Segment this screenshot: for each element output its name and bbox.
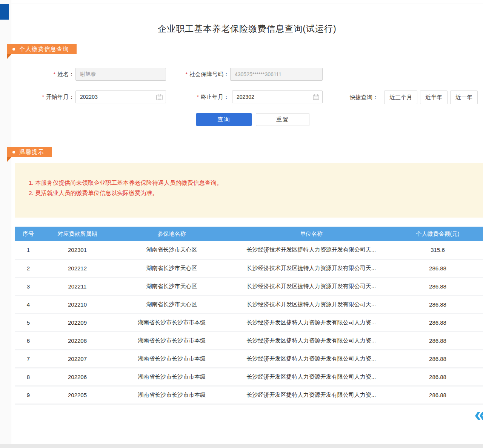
table-cell: 202209 <box>42 313 113 331</box>
table-row: 1202301湖南省长沙市天心区长沙经济技术开发区捷特人力资源开发有限公司天..… <box>15 241 483 259</box>
bullet-dot-icon <box>12 48 15 51</box>
quick-range-button[interactable]: 近一年 <box>450 91 478 104</box>
section-header-query: 个人缴费信息查询 <box>7 44 77 54</box>
calendar-icon[interactable] <box>156 94 163 100</box>
table-cell: 长沙经济开发区捷特人力资源开发有限公司人力资... <box>230 350 392 368</box>
table-body: 1202301湖南省长沙市天心区长沙经济技术开发区捷特人力资源开发有限公司天..… <box>15 241 483 404</box>
table-cell: 湖南省长沙市长沙市市本级 <box>113 331 230 350</box>
table-cell: 286.88 <box>392 277 483 295</box>
table-row: 2202212湖南省长沙市天心区长沙经济技术开发区捷特人力资源开发有限公司天..… <box>15 259 483 277</box>
table-cell: 3 <box>15 277 42 295</box>
table-cell: 长沙经济技术开发区捷特人力资源开发有限公司天... <box>230 295 392 313</box>
table-cell: 202212 <box>42 259 113 277</box>
table-cell: 286.88 <box>392 368 483 386</box>
table-row: 9202205湖南省长沙市长沙市市本级长沙经济开发区捷特人力资源开发有限公司人力… <box>15 386 483 404</box>
table-cell: 1 <box>15 241 42 259</box>
table-cell: 湖南省长沙市天心区 <box>113 241 230 259</box>
table-cell: 长沙经济技术开发区捷特人力资源开发有限公司天... <box>230 277 392 295</box>
section-query-label: 个人缴费信息查询 <box>19 46 69 53</box>
calendar-icon[interactable] <box>313 94 319 100</box>
section-header-tips: 温馨提示 <box>7 147 52 157</box>
table-cell: 286.88 <box>392 295 483 313</box>
page-title: 企业职工基本养老保险缴费信息查询(试运行) <box>11 23 483 35</box>
table-cell: 4 <box>15 295 42 313</box>
table-cell: 湖南省长沙市天心区 <box>113 277 230 295</box>
ssn-label: *社会保障号码： <box>172 68 229 81</box>
query-button[interactable]: 查询 <box>196 113 252 126</box>
table-row: 4202210湖南省长沙市天心区长沙经济技术开发区捷特人力资源开发有限公司天..… <box>15 295 483 313</box>
table-cell: 202208 <box>42 331 113 350</box>
required-asterisk: * <box>54 71 55 77</box>
table-cell: 7 <box>15 350 42 368</box>
results-table: 序号对应费款所属期参保地名称单位名称个人缴费金额(元) 1202301湖南省长沙… <box>15 227 483 405</box>
table-row: 3202211湖南省长沙市天心区长沙经济技术开发区捷特人力资源开发有限公司天..… <box>15 277 483 295</box>
table-cell: 湖南省长沙市长沙市市本级 <box>113 313 230 331</box>
table-cell: 湖南省长沙市天心区 <box>113 295 230 313</box>
main-panel: 企业职工基本养老保险缴费信息查询(试运行) 个人缴费信息查询 *姓名： *社会保… <box>11 3 483 444</box>
quick-range-button[interactable]: 近三个月 <box>384 91 417 104</box>
ssn-input[interactable] <box>230 68 323 81</box>
quick-range-button[interactable]: 近半年 <box>420 91 448 104</box>
table-cell: 286.88 <box>392 386 483 404</box>
required-asterisk: * <box>197 94 199 100</box>
table-header-cell: 参保地名称 <box>113 227 230 241</box>
ribbon-fold <box>7 157 11 162</box>
ribbon-fold <box>7 54 11 59</box>
table-cell: 202210 <box>42 295 113 313</box>
table-cell: 9 <box>15 386 42 404</box>
table-row: 8202206湖南省长沙市长沙市市本级长沙经济开发区捷特人力资源开发有限公司人力… <box>15 368 483 386</box>
table-header-row: 序号对应费款所属期参保地名称单位名称个人缴费金额(元) <box>15 227 483 241</box>
reset-button[interactable]: 重置 <box>256 113 309 126</box>
collapse-chevron-icon[interactable]: « <box>474 404 483 424</box>
start-month-input[interactable] <box>75 91 166 103</box>
left-rail <box>0 0 11 444</box>
table-cell: 5 <box>15 313 42 331</box>
table-cell: 2 <box>15 259 42 277</box>
table-cell: 长沙经济技术开发区捷特人力资源开发有限公司天... <box>230 241 392 259</box>
table-cell: 286.88 <box>392 313 483 331</box>
notice-line: 1. 本服务仅提供尚未领取企业职工基本养老保险待遇人员的缴费信息查询。 <box>29 178 475 188</box>
notice-box: 1. 本服务仅提供尚未领取企业职工基本养老保险待遇人员的缴费信息查询。2. 灵活… <box>15 163 483 218</box>
table-cell: 长沙经济开发区捷特人力资源开发有限公司人力资... <box>230 386 392 404</box>
notice-lines: 1. 本服务仅提供尚未领取企业职工基本养老保险待遇人员的缴费信息查询。2. 灵活… <box>15 163 483 198</box>
table-cell: 长沙经济开发区捷特人力资源开发有限公司人力资... <box>230 331 392 350</box>
bullet-dot-icon <box>12 151 15 153</box>
table-cell: 长沙经济开发区捷特人力资源开发有限公司人力资... <box>230 368 392 386</box>
left-blue-tab[interactable] <box>0 4 9 20</box>
table-header-cell: 序号 <box>15 227 42 241</box>
required-asterisk: * <box>42 94 44 100</box>
table-cell: 202206 <box>42 368 113 386</box>
table-cell: 286.88 <box>392 350 483 368</box>
table-cell: 湖南省长沙市天心区 <box>113 259 230 277</box>
table-cell: 202205 <box>42 386 113 404</box>
table-cell: 202207 <box>42 350 113 368</box>
end-month-label: *终止年月： <box>185 91 229 103</box>
table-cell: 315.6 <box>392 241 483 259</box>
table-header-cell: 对应费款所属期 <box>42 227 113 241</box>
table-cell: 286.88 <box>392 259 483 277</box>
table-cell: 8 <box>15 368 42 386</box>
table-header-cell: 个人缴费金额(元) <box>392 227 483 241</box>
screen: 企业职工基本养老保险缴费信息查询(试运行) 个人缴费信息查询 *姓名： *社会保… <box>0 0 483 448</box>
quick-query-label: 快捷查询： <box>350 91 378 104</box>
table-cell: 长沙经济开发区捷特人力资源开发有限公司人力资... <box>230 313 392 331</box>
table-header-cell: 单位名称 <box>230 227 392 241</box>
notice-line: 2. 灵活就业人员的缴费单位信息以实际缴费为准。 <box>29 188 475 198</box>
name-label: *姓名： <box>32 68 74 81</box>
end-month-input[interactable] <box>232 91 323 103</box>
table-cell: 湖南省长沙市长沙市市本级 <box>113 350 230 368</box>
table-cell: 湖南省长沙市长沙市市本级 <box>113 368 230 386</box>
table-cell: 湖南省长沙市长沙市市本级 <box>113 386 230 404</box>
table-row: 7202207湖南省长沙市长沙市市本级长沙经济开发区捷特人力资源开发有限公司人力… <box>15 350 483 368</box>
name-input[interactable] <box>75 68 166 81</box>
table-cell: 6 <box>15 331 42 350</box>
section-tips-label: 温馨提示 <box>19 149 44 156</box>
start-month-label: *开始年月： <box>32 91 74 103</box>
table-cell: 202211 <box>42 277 113 295</box>
table-cell: 286.88 <box>392 331 483 350</box>
table-row: 6202208湖南省长沙市长沙市市本级长沙经济开发区捷特人力资源开发有限公司人力… <box>15 331 483 350</box>
required-asterisk: * <box>186 71 188 77</box>
bottom-strip <box>0 444 483 448</box>
table-cell: 202301 <box>42 241 113 259</box>
table-cell: 长沙经济技术开发区捷特人力资源开发有限公司天... <box>230 259 392 277</box>
